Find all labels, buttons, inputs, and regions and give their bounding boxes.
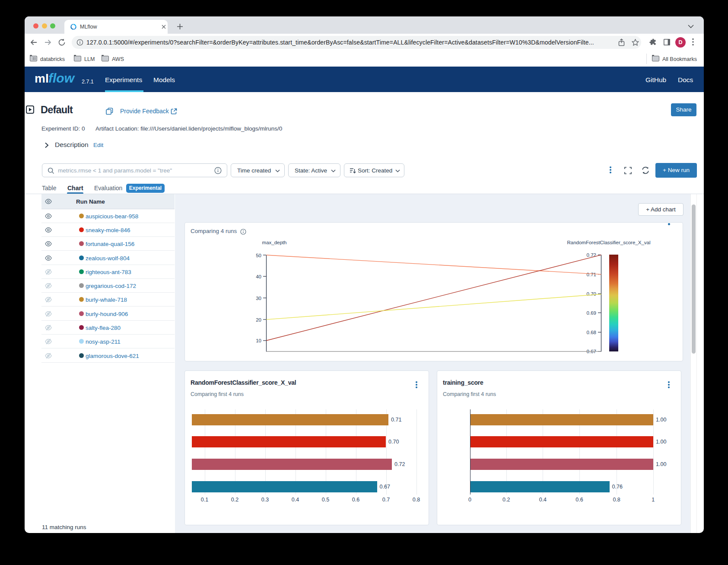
svg-text:0.68: 0.68 (587, 330, 596, 335)
svg-text:50: 50 (256, 253, 261, 258)
svg-text:0.72: 0.72 (587, 252, 596, 258)
svg-text:30: 30 (256, 296, 261, 301)
svg-text:10: 10 (256, 338, 261, 343)
svg-text:0.69: 0.69 (587, 310, 596, 316)
svg-text:max_depth: max_depth (262, 240, 287, 245)
svg-text:40: 40 (256, 274, 261, 279)
svg-text:RandomForestClassifier_score_X: RandomForestClassifier_score_X_val (567, 240, 650, 245)
svg-text:0.71: 0.71 (587, 272, 596, 277)
svg-text:0.70: 0.70 (587, 291, 596, 297)
svg-text:20: 20 (256, 317, 261, 322)
